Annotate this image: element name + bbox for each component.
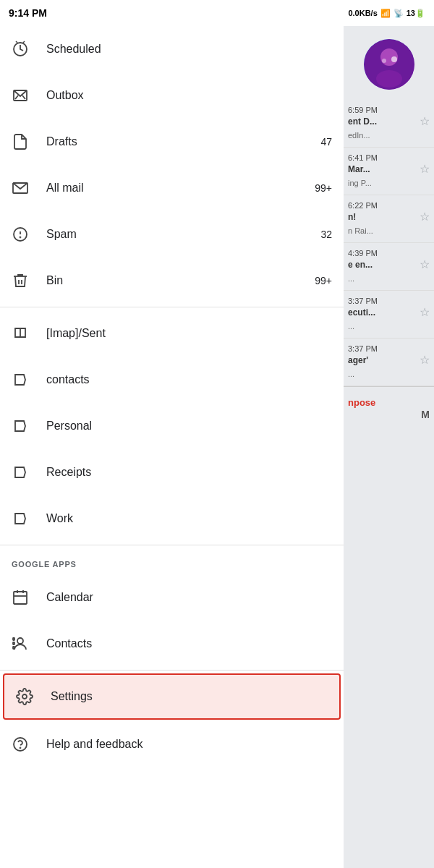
navigation-drawer: Scheduled Outbox Drafts [0, 26, 344, 868]
star-icon-3[interactable]: ☆ [420, 210, 430, 224]
email-subject-2: ing P... [348, 179, 372, 187]
allmail-badge: 99+ [315, 182, 332, 194]
avatar[interactable] [364, 39, 414, 90]
svg-rect-18 [13, 638, 14, 640]
help-label: Help and feedback [46, 738, 332, 751]
email-sender-2: Mar... [348, 164, 370, 174]
outbox-icon [12, 87, 46, 104]
work-icon [12, 510, 46, 527]
email-preview-5[interactable]: 3:37 PM ecuti... ☆ ... [344, 291, 434, 339]
star-icon-1[interactable]: ☆ [420, 114, 430, 128]
svg-rect-20 [13, 647, 14, 649]
allmail-icon [12, 179, 46, 197]
drafts-label: Drafts [46, 135, 320, 148]
svg-marker-11 [15, 467, 25, 477]
email-time-2: 6:41 PM [348, 153, 378, 162]
network-speed: 0.0KB/s [348, 9, 377, 17]
drawer-item-scheduled[interactable]: Scheduled [0, 26, 344, 72]
personal-label: Personal [46, 420, 332, 433]
bin-badge: 99+ [315, 275, 332, 286]
contacts-app-icon [12, 635, 46, 652]
calendar-icon [12, 589, 46, 606]
email-time-1: 6:59 PM [348, 106, 378, 114]
google-apps-header: GOOGLE APPS [0, 548, 344, 574]
wifi-icon: 📡 [393, 9, 404, 18]
drawer-item-receipts[interactable]: Receipts [0, 449, 344, 495]
star-icon-5[interactable]: ☆ [420, 305, 430, 319]
email-time-6: 3:37 PM [348, 344, 378, 353]
contacts-label-text: contacts [46, 373, 332, 386]
settings-icon [16, 688, 51, 705]
bin-label: Bin [46, 274, 315, 287]
email-preview-4[interactable]: 4:39 PM e en... ☆ ... [344, 243, 434, 291]
settings-label: Settings [51, 690, 328, 703]
imap-sent-label: [Imap]/Sent [46, 327, 332, 340]
drawer-item-drafts[interactable]: Drafts 47 [0, 119, 344, 165]
divider-1 [0, 307, 344, 307]
svg-line-3 [22, 95, 25, 99]
email-time-3: 6:22 PM [348, 201, 378, 210]
email-subject-3: n Rai... [348, 226, 373, 235]
allmail-label: All mail [46, 182, 315, 195]
drawer-item-bin[interactable]: Bin 99+ [0, 258, 344, 304]
email-subject-5: ... [348, 322, 354, 331]
drawer-item-calendar[interactable]: Calendar [0, 574, 344, 621]
imap-sent-icon [12, 325, 46, 342]
svg-point-26 [376, 70, 402, 88]
status-bar: 9:14 PM 0.0KB/s 📶 📡 13🔋 [0, 0, 434, 26]
status-icons: 0.0KB/s 📶 📡 13🔋 [348, 9, 425, 18]
email-preview-6[interactable]: 3:37 PM ager' ☆ ... [344, 339, 434, 386]
drawer-item-contacts-app[interactable]: Contacts [0, 621, 344, 667]
compose-area: npose M [344, 386, 434, 423]
drawer-item-personal[interactable]: Personal [0, 403, 344, 449]
drawer-item-contacts-label[interactable]: contacts [0, 357, 344, 403]
drawer-item-outbox[interactable]: Outbox [0, 72, 344, 119]
drawer-item-imap-sent[interactable]: [Imap]/Sent [0, 310, 344, 357]
divider-2 [0, 545, 344, 545]
drafts-badge: 47 [320, 136, 332, 148]
compose-label: npose [348, 397, 375, 408]
signal-icon: 📶 [380, 9, 391, 18]
battery-display: 13🔋 [407, 9, 425, 18]
drawer-item-work[interactable]: Work [0, 495, 344, 542]
email-subject-4: ... [348, 274, 354, 283]
drafts-icon [12, 133, 46, 150]
star-icon-6[interactable]: ☆ [420, 353, 430, 367]
scheduled-icon [12, 41, 46, 58]
scheduled-label: Scheduled [46, 43, 332, 56]
email-subject-1: edIn... [348, 131, 370, 140]
drawer-item-allmail[interactable]: All mail 99+ [0, 165, 344, 211]
svg-point-7 [20, 237, 21, 238]
personal-icon [12, 417, 46, 435]
drawer-item-help[interactable]: Help and feedback [0, 721, 344, 767]
receipts-label: Receipts [46, 466, 332, 479]
email-sender-3: n! [348, 212, 356, 222]
compose-initial: M [421, 409, 430, 420]
email-preview-3[interactable]: 6:22 PM n! ☆ n Rai... [344, 195, 434, 243]
receipts-icon [12, 464, 46, 481]
drawer-item-spam[interactable]: Spam 32 [0, 211, 344, 258]
email-preview-1[interactable]: 6:59 PM ent D... ☆ edIn... [344, 100, 434, 148]
svg-point-28 [391, 56, 397, 62]
email-subject-6: ... [348, 370, 354, 378]
divider-3 [0, 670, 344, 671]
svg-line-2 [15, 95, 18, 99]
svg-point-27 [382, 59, 386, 63]
email-sender-6: ager' [348, 355, 368, 365]
email-time-4: 4:39 PM [348, 249, 378, 258]
email-preview-2[interactable]: 6:41 PM Mar... ☆ ing P... [344, 148, 434, 195]
star-icon-4[interactable]: ☆ [420, 258, 430, 271]
work-label: Work [46, 512, 332, 525]
drawer-item-settings[interactable]: Settings [3, 673, 341, 720]
star-icon-2[interactable]: ☆ [420, 162, 430, 176]
email-sender-4: e en... [348, 260, 373, 270]
time-display: 9:14 PM [9, 7, 47, 19]
outbox-label: Outbox [46, 89, 332, 102]
svg-point-23 [20, 748, 21, 749]
contacts-app-label: Contacts [46, 637, 332, 650]
email-sender-1: ent D... [348, 116, 377, 127]
svg-marker-12 [15, 514, 25, 524]
right-panel: 6:59 PM ent D... ☆ edIn... 6:41 PM Mar..… [344, 26, 434, 868]
svg-marker-9 [15, 375, 25, 385]
calendar-label: Calendar [46, 591, 332, 604]
